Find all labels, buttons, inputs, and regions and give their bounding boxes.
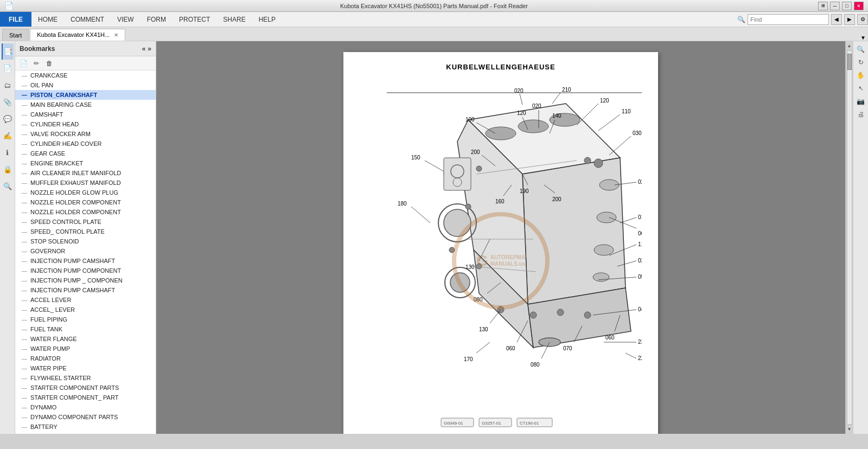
- bookmark-item[interactable]: RADIATOR: [15, 354, 156, 363]
- tab-kubota[interactable]: Kubota Excavator KX41H... ✕: [30, 29, 125, 41]
- bookmark-item[interactable]: VALVE ROCKER ARM: [15, 129, 156, 139]
- svg-text:230: 230: [638, 339, 642, 345]
- bookmark-item[interactable]: NOZZLE HOLDER COMPONENT: [15, 207, 156, 217]
- comments-panel-icon[interactable]: 💬: [2, 111, 14, 127]
- bookmark-item[interactable]: MAIN BEARING CASE: [15, 100, 156, 110]
- main-layout: 📑 📄 🗂 📎 💬 ✍ ℹ 🔒 🔍 Bookmarks « » 📄 ✏ 🗑 CR…: [0, 41, 868, 434]
- bookmark-item[interactable]: PISTON_CRANKSHAFT: [15, 90, 156, 100]
- select-icon[interactable]: ↖: [855, 82, 867, 94]
- right-panel: 🔍 ↻ ✋ ↖ 📷 🖨: [853, 41, 868, 434]
- bookmark-item[interactable]: CRANKCASE: [15, 70, 156, 80]
- home-menu[interactable]: HOME: [31, 12, 64, 27]
- close-btn[interactable]: ✕: [854, 2, 864, 10]
- form-menu[interactable]: FORM: [141, 12, 173, 27]
- find-input[interactable]: [748, 14, 829, 25]
- bookmark-item[interactable]: STARTER COMPONENT PARTS: [15, 383, 156, 393]
- help-menu[interactable]: HELP: [252, 12, 282, 27]
- svg-text:150: 150: [411, 155, 420, 161]
- find-next-btn[interactable]: ▶: [844, 14, 855, 25]
- file-menu[interactable]: FILE: [0, 12, 31, 27]
- bookmark-item[interactable]: INJECTION PUMP CAMSHAFT: [15, 285, 156, 295]
- bookmark-item[interactable]: CYLINDER HEAD COVER: [15, 139, 156, 149]
- edit-bookmark-btn[interactable]: ✏: [30, 57, 42, 69]
- print-icon[interactable]: 🖨: [855, 108, 867, 120]
- properties-panel-icon[interactable]: ℹ: [2, 144, 14, 161]
- bookmark-item[interactable]: SPEED_ CONTROL PLATE: [15, 227, 156, 236]
- bookmark-item[interactable]: DYNAMO COMPONENT PARTS: [15, 412, 156, 422]
- search-panel-icon[interactable]: 🔍: [2, 178, 14, 194]
- find-options-btn[interactable]: ⚙: [857, 14, 868, 25]
- bookmark-item[interactable]: WATER PUMP: [15, 344, 156, 354]
- pages-panel-icon[interactable]: 📄: [2, 60, 14, 76]
- sidebar-collapse-icon[interactable]: «: [142, 45, 146, 53]
- layers-panel-icon[interactable]: 🗂: [2, 77, 14, 93]
- bookmark-item[interactable]: MUFFLER EXHAUST MANIFOLD: [15, 178, 156, 188]
- window-controls[interactable]: ⊞ ─ □ ✕: [818, 2, 864, 10]
- bookmark-item[interactable]: INJECTION PUMP _ COMPONEN: [15, 275, 156, 285]
- bookmark-item[interactable]: WATER FLANGE: [15, 334, 156, 344]
- bookmark-item[interactable]: FUEL TANK: [15, 324, 156, 334]
- scroll-down-arrow[interactable]: ▼: [846, 426, 853, 433]
- bookmark-item[interactable]: ACCEL LEVER: [15, 295, 156, 305]
- bookmark-item[interactable]: AIR CLEANER INLET MANIFOLD: [15, 168, 156, 178]
- bookmark-item[interactable]: FUEL PIPING: [15, 315, 156, 324]
- hand-icon[interactable]: ✋: [855, 69, 867, 81]
- comment-menu[interactable]: COMMENT: [64, 12, 111, 27]
- bookmark-item[interactable]: GEAR CASE: [15, 149, 156, 158]
- minimize-btn[interactable]: ─: [830, 2, 840, 10]
- tab-start[interactable]: Start: [2, 29, 29, 41]
- svg-text:160: 160: [495, 198, 505, 204]
- bookmark-item[interactable]: ACCEL_ LEVER: [15, 305, 156, 315]
- bookmark-item[interactable]: WATER PIPE: [15, 363, 156, 373]
- security-panel-icon[interactable]: 🔒: [2, 161, 14, 177]
- bookmark-item[interactable]: NOZZLE HOLDER COMPONENT: [15, 197, 156, 207]
- bookmark-item[interactable]: CAMSHAFT: [15, 110, 156, 119]
- vertical-scrollbar[interactable]: ▲ ▼: [845, 41, 853, 434]
- tab-dropdown-icon[interactable]: ▼: [860, 35, 866, 41]
- tile-btn[interactable]: ⊞: [818, 2, 828, 10]
- svg-text:170: 170: [464, 356, 473, 362]
- svg-point-33: [584, 157, 591, 164]
- bookmark-item[interactable]: NOZZLE HOLDER GLOW PLUG: [15, 188, 156, 197]
- bookmark-item[interactable]: STOP SOLENOID: [15, 236, 156, 246]
- view-menu[interactable]: VIEW: [111, 12, 141, 27]
- snapshot-icon[interactable]: 📷: [855, 95, 867, 107]
- svg-point-10: [594, 245, 614, 255]
- sidebar-expand-icon[interactable]: »: [148, 45, 151, 53]
- bookmark-item[interactable]: CYLINDER HEAD: [15, 119, 156, 129]
- zoom-in-icon[interactable]: 🔍: [855, 43, 867, 55]
- bookmark-item[interactable]: STARTER COMPONENT_ PART: [15, 393, 156, 402]
- bookmark-item[interactable]: SPEED CONTROL PLATE: [15, 217, 156, 227]
- rotate-icon[interactable]: ↻: [855, 56, 867, 68]
- pdf-viewer[interactable]: KURBELWELLENGEHAEUSE G AUTOREPMA MANUALS…: [156, 41, 845, 434]
- protect-menu[interactable]: PROTECT: [173, 12, 216, 27]
- bookmark-item[interactable]: FLYWHEEL STARTER: [15, 373, 156, 383]
- scroll-up-arrow[interactable]: ▲: [846, 42, 853, 49]
- scroll-thumb[interactable]: [847, 54, 852, 70]
- bookmark-item[interactable]: BATTERY: [15, 422, 156, 432]
- bookmark-item[interactable]: GOVERNOR: [15, 246, 156, 256]
- delete-bookmark-btn[interactable]: 🗑: [43, 57, 55, 69]
- bookmark-item[interactable]: INJECTION PUMP COMPONENT: [15, 266, 156, 275]
- tab-close-icon[interactable]: ✕: [114, 32, 118, 38]
- svg-text:130: 130: [479, 326, 488, 332]
- bookmark-item[interactable]: DYNAMO: [15, 402, 156, 412]
- maximize-btn[interactable]: □: [842, 2, 852, 10]
- bookmark-item[interactable]: REGULATOR HORN: [15, 432, 156, 434]
- share-menu[interactable]: SHARE: [216, 12, 252, 27]
- bookmark-item[interactable]: OIL PAN: [15, 80, 156, 90]
- svg-point-22: [530, 312, 537, 318]
- bookmarks-panel-icon[interactable]: 📑: [2, 43, 14, 60]
- sidebar-controls: « »: [142, 45, 151, 53]
- attachments-panel-icon[interactable]: 📎: [2, 94, 14, 110]
- find-prev-btn[interactable]: ◀: [831, 14, 842, 25]
- scroll-track[interactable]: [847, 50, 852, 425]
- signatures-panel-icon[interactable]: ✍: [2, 127, 14, 144]
- bookmark-item[interactable]: ENGINE BRACKET: [15, 158, 156, 168]
- sidebar-toolbar: 📄 ✏ 🗑: [15, 56, 156, 70]
- new-bookmark-btn[interactable]: 📄: [17, 57, 29, 69]
- bookmark-item[interactable]: INJECTION PUMP CAMSHAFT: [15, 256, 156, 266]
- menu-bar: FILE HOME COMMENT VIEW FORM PROTECT SHAR…: [0, 12, 868, 27]
- svg-text:060: 060: [605, 335, 615, 341]
- svg-point-32: [594, 159, 603, 168]
